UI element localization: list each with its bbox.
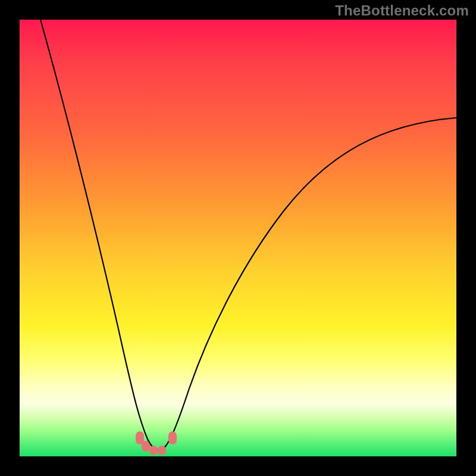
marker-dot [149,446,158,455]
chart-frame: TheBottleneck.com [0,0,476,476]
marker-dot [142,441,150,452]
bottleneck-curve [40,20,456,450]
marker-dot [158,446,166,455]
bottleneck-chart [20,20,456,456]
marker-dot [168,431,177,444]
watermark-text: TheBottleneck.com [335,2,469,19]
curve-markers [136,431,177,455]
